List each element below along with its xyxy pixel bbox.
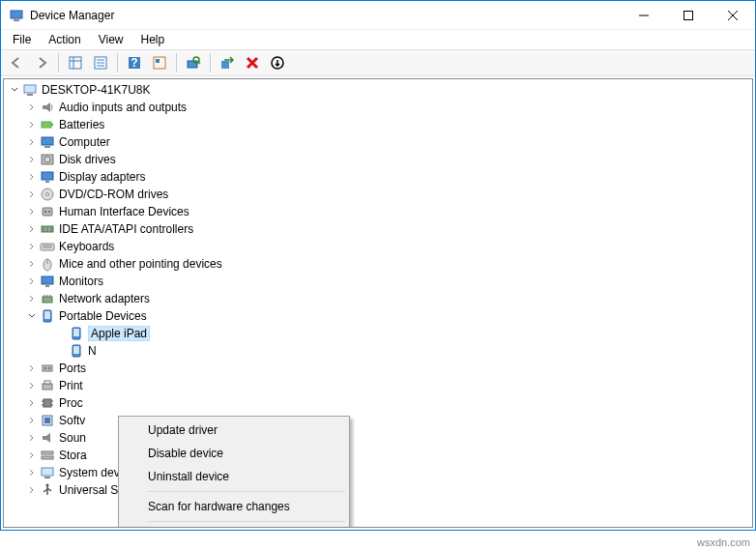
svg-rect-58	[73, 346, 79, 354]
menu-help[interactable]: Help	[133, 31, 173, 48]
chevron-down-icon[interactable]	[8, 83, 21, 97]
category-cat7[interactable]: IDE ATA/ATAPI controllers	[4, 220, 752, 238]
category-cat9[interactable]: Mice and other pointing devices	[4, 255, 752, 273]
svg-rect-64	[44, 399, 51, 407]
category-rest2[interactable]: Proc	[4, 394, 752, 412]
svg-rect-62	[43, 384, 52, 390]
computer-icon	[22, 82, 38, 98]
chevron-right-icon[interactable]	[25, 431, 39, 445]
scan-hardware-button[interactable]	[182, 51, 205, 74]
update-driver-button[interactable]	[216, 51, 239, 74]
maximize-button[interactable]	[666, 1, 711, 30]
svg-rect-22	[24, 85, 36, 93]
action-button[interactable]	[148, 51, 171, 74]
category-cat2[interactable]: Computer	[4, 133, 752, 151]
ctx-scan-hardware[interactable]: Scan for hardware changes	[121, 495, 347, 518]
chevron-right-icon[interactable]	[25, 205, 39, 218]
svg-rect-48	[45, 285, 49, 287]
chevron-right-icon[interactable]	[25, 466, 39, 479]
svg-rect-20	[221, 61, 229, 69]
minimize-button[interactable]	[622, 1, 666, 30]
category-rest5[interactable]: Stora	[4, 447, 752, 464]
toolbar-separator	[58, 53, 59, 72]
chevron-right-icon[interactable]	[25, 362, 39, 375]
chevron-right-icon[interactable]	[25, 153, 39, 166]
toolbar-separator	[176, 53, 177, 72]
disable-device-button[interactable]	[266, 51, 289, 74]
chevron-right-icon[interactable]	[25, 188, 39, 201]
help-button[interactable]: ?	[123, 51, 146, 74]
menu-file[interactable]: File	[5, 31, 39, 48]
category-rest0[interactable]: Ports	[4, 360, 752, 377]
device-apple-ipad[interactable]: Apple iPad	[4, 325, 752, 342]
svg-rect-63	[44, 381, 50, 384]
category-cat5[interactable]: DVD/CD-ROM drives	[4, 186, 752, 203]
chevron-right-icon[interactable]	[25, 483, 39, 497]
forward-button[interactable]	[30, 51, 53, 74]
chevron-right-icon[interactable]	[25, 396, 39, 410]
category-cat1[interactable]: Batteries	[4, 116, 752, 133]
category-label: Display adapters	[59, 170, 145, 184]
show-hide-console-tree-button[interactable]	[64, 51, 87, 74]
ctx-update-driver[interactable]: Update driver	[121, 419, 347, 442]
svg-rect-31	[42, 172, 53, 180]
chevron-right-icon[interactable]	[25, 118, 39, 131]
svg-point-36	[44, 211, 46, 213]
category-rest4[interactable]: Soun	[4, 429, 752, 447]
category-rest6[interactable]: System devices	[4, 464, 752, 481]
menu-view[interactable]: View	[91, 31, 131, 48]
svg-text:?: ?	[131, 56, 137, 70]
chevron-right-icon[interactable]	[25, 240, 39, 253]
back-button[interactable]	[5, 51, 28, 74]
chevron-right-icon[interactable]	[25, 170, 39, 184]
category-rest3[interactable]: Softv	[4, 412, 752, 429]
root-node[interactable]: DESKTOP-41K7U8K	[4, 81, 752, 99]
category-cat11[interactable]: Network adapters	[4, 290, 752, 307]
category-rest1[interactable]: Print	[4, 377, 752, 394]
svg-rect-74	[42, 468, 53, 476]
category-cat10[interactable]: Monitors	[4, 273, 752, 290]
device-hidden[interactable]: N	[4, 342, 752, 360]
chevron-right-icon[interactable]	[25, 101, 39, 114]
chevron-right-icon[interactable]	[25, 449, 39, 462]
svg-rect-27	[42, 137, 53, 145]
category-cat8[interactable]: Keyboards	[4, 238, 752, 255]
menu-action[interactable]: Action	[41, 31, 88, 48]
category-cat0[interactable]: Audio inputs and outputs	[4, 99, 752, 116]
svg-rect-71	[43, 436, 46, 440]
properties-button[interactable]	[89, 51, 112, 74]
ctx-uninstall-device[interactable]: Uninstall device	[121, 465, 347, 488]
category-cat3[interactable]: Disk drives	[4, 151, 752, 168]
disk-icon	[40, 152, 55, 167]
chevron-right-icon[interactable]	[25, 414, 39, 427]
system-icon	[40, 465, 55, 480]
chevron-right-icon[interactable]	[25, 292, 39, 305]
svg-rect-26	[51, 124, 53, 126]
close-button[interactable]	[711, 1, 755, 30]
toolbar: ?	[1, 49, 755, 76]
svg-rect-3	[684, 12, 693, 20]
ctx-disable-device[interactable]: Disable device	[121, 442, 347, 465]
portable-device-icon	[40, 308, 55, 324]
chevron-right-icon[interactable]	[25, 275, 39, 288]
watermark: wsxdn.com	[697, 536, 750, 548]
chevron-spacer	[54, 344, 68, 358]
category-label: Portable Devices	[59, 309, 147, 323]
svg-rect-72	[42, 451, 53, 454]
chevron-right-icon[interactable]	[25, 222, 39, 236]
chevron-down-icon[interactable]	[25, 309, 39, 323]
category-cat4[interactable]: Display adapters	[4, 168, 752, 186]
svg-line-19	[198, 62, 200, 64]
window-controls	[622, 1, 755, 29]
chevron-right-icon[interactable]	[25, 379, 39, 392]
category-portable-devices[interactable]: Portable Devices	[4, 307, 752, 325]
svg-rect-54	[44, 311, 50, 319]
uninstall-device-button[interactable]	[241, 51, 264, 74]
device-tree-panel[interactable]: DESKTOP-41K7U8K Audio inputs and outputs…	[3, 78, 753, 528]
category-rest7[interactable]: Universal Serial Bus controllers	[4, 481, 752, 499]
portable-device-icon	[69, 343, 84, 359]
chevron-right-icon[interactable]	[25, 257, 39, 271]
ctx-properties[interactable]: Properties	[121, 525, 347, 528]
chevron-right-icon[interactable]	[25, 135, 39, 149]
category-cat6[interactable]: Human Interface Devices	[4, 203, 752, 220]
